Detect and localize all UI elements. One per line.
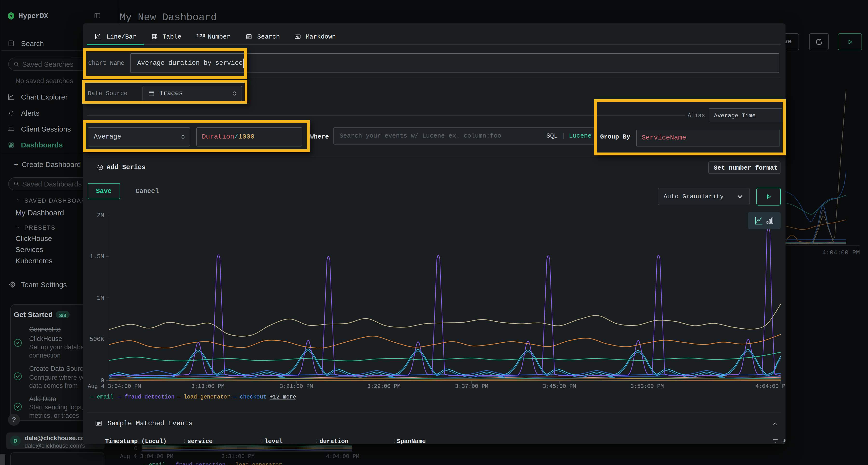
svg-text:3:13:00 PM: 3:13:00 PM bbox=[191, 383, 224, 390]
svg-text:3:31:00 PM: 3:31:00 PM bbox=[221, 454, 255, 460]
svg-text:4:04:00 PM: 4:04:00 PM bbox=[755, 383, 785, 390]
svg-text:500K: 500K bbox=[90, 336, 104, 343]
svg-text:Aug 4 3:04:00 PM: Aug 4 3:04:00 PM bbox=[88, 383, 141, 390]
svg-text:1.5M: 1.5M bbox=[90, 253, 104, 260]
svg-text:0: 0 bbox=[100, 377, 104, 384]
svg-text:4:04:00 PM: 4:04:00 PM bbox=[822, 249, 860, 256]
svg-text:0: 0 bbox=[134, 445, 137, 452]
svg-text:3:37:00 PM: 3:37:00 PM bbox=[455, 383, 488, 390]
svg-text:4:04:00 PM: 4:04:00 PM bbox=[326, 454, 359, 460]
svg-text:3:29:00 PM: 3:29:00 PM bbox=[367, 383, 401, 390]
svg-text:1M: 1M bbox=[97, 295, 104, 302]
svg-text:3:21:00 PM: 3:21:00 PM bbox=[280, 383, 313, 390]
svg-text:Aug 4 3:04:00 PM: Aug 4 3:04:00 PM bbox=[120, 454, 173, 460]
svg-text:3:45:00 PM: 3:45:00 PM bbox=[543, 383, 576, 390]
svg-text:2M: 2M bbox=[97, 212, 104, 219]
svg-text:— email — fraud-detection —: — email — fraud-detection — load-generat… bbox=[142, 462, 282, 465]
svg-text:3:53:00 PM: 3:53:00 PM bbox=[630, 383, 664, 390]
